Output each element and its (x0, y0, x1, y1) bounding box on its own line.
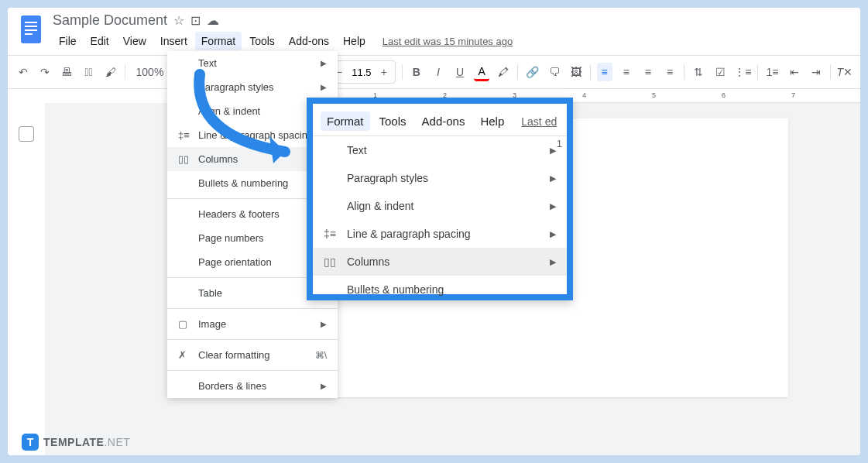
format-clear-formatting[interactable]: ✗Clear formatting⌘\ (167, 343, 338, 367)
numbered-list-button[interactable]: 1≡ (764, 63, 780, 81)
cloud-icon[interactable]: ☁ (207, 13, 219, 28)
callout-format-line-spacing[interactable]: ‡≡Line & paragraph spacing▶ (313, 220, 567, 248)
outline-icon[interactable] (19, 126, 34, 142)
callout-format-align-indent[interactable]: Align & indent▶ (313, 192, 567, 220)
decrease-indent-button[interactable]: ⇤ (786, 63, 801, 81)
underline-button[interactable]: U (452, 63, 468, 81)
format-text[interactable]: Text▶ (167, 51, 338, 75)
text-color-button[interactable]: A (474, 63, 489, 81)
columns-icon: ▯▯ (324, 256, 336, 268)
toolbar: ↶ ↷ 🖶 Ａ̲ 🖌 100% ▼ − + B I U A 🖍 🔗 🗨 🖼 ≡ … (8, 55, 860, 89)
callout-format-columns[interactable]: ▯▯Columns▶ (313, 248, 567, 276)
brand-watermark: T TEMPLATE.NET (22, 434, 130, 451)
insert-link-button[interactable]: 🔗 (524, 63, 540, 81)
align-center-button[interactable]: ≡ (619, 63, 634, 81)
line-spacing-icon: ‡≡ (178, 129, 190, 141)
redo-button[interactable]: ↷ (37, 63, 53, 81)
callout-menu-tools[interactable]: Tools (373, 111, 413, 131)
checklist-button[interactable]: ☑ (712, 63, 728, 81)
image-icon: ▢ (178, 318, 187, 330)
brand-icon: T (22, 434, 39, 451)
print-button[interactable]: 🖶 (59, 63, 74, 81)
svg-rect-3 (25, 29, 37, 31)
svg-rect-1 (25, 22, 37, 23)
insert-image-button[interactable]: 🖼 (568, 63, 584, 81)
comment-button[interactable]: 🗨 (546, 63, 561, 81)
italic-button[interactable]: I (431, 63, 446, 81)
columns-icon: ▯▯ (178, 153, 189, 165)
font-size-increase[interactable]: + (375, 63, 393, 81)
highlight-button[interactable]: 🖍 (496, 63, 511, 81)
menu-file[interactable]: File (53, 32, 83, 50)
menu-view[interactable]: View (117, 32, 153, 50)
bulleted-list-button[interactable]: ⋮≡ (734, 63, 751, 81)
svg-rect-4 (25, 33, 33, 35)
callout-last-edit[interactable]: Last ed (521, 115, 557, 128)
callout-menu-addons[interactable]: Add-ons (416, 111, 472, 131)
line-spacing-button[interactable]: ⇅ (691, 63, 706, 81)
last-edit-link[interactable]: Last edit was 15 minutes ago (383, 36, 513, 47)
menu-help[interactable]: Help (337, 32, 372, 50)
clear-format-button[interactable]: T✕ (837, 63, 853, 81)
menu-addons[interactable]: Add-ons (283, 32, 335, 50)
format-borders-lines[interactable]: Borders & lines▶ (167, 374, 338, 398)
align-left-button[interactable]: ≡ (597, 63, 612, 81)
callout-format-bullets[interactable]: Bullets & numbering (313, 276, 567, 304)
font-size-input[interactable] (350, 67, 373, 78)
paint-format-button[interactable]: 🖌 (103, 63, 118, 81)
increase-indent-button[interactable]: ⇥ (808, 63, 824, 81)
menu-edit[interactable]: Edit (84, 32, 115, 50)
docs-logo-icon[interactable] (17, 12, 45, 46)
callout-format-paragraph-styles[interactable]: Paragraph styles▶ (313, 164, 567, 192)
move-icon[interactable]: ⊡ (190, 13, 201, 28)
callout-menu-format[interactable]: Format (321, 111, 370, 131)
format-image[interactable]: ▢Image▶ (167, 312, 338, 336)
format-paragraph-styles[interactable]: Paragraph styles▶ (167, 75, 338, 99)
svg-rect-2 (25, 26, 37, 27)
align-justify-button[interactable]: ≡ (662, 63, 678, 81)
callout-menu-help[interactable]: Help (474, 111, 510, 131)
bold-button[interactable]: B (409, 63, 424, 81)
document-title[interactable]: Sample Document (53, 12, 167, 29)
align-right-button[interactable]: ≡ (640, 63, 656, 81)
menu-tools[interactable]: Tools (243, 32, 281, 50)
undo-button[interactable]: ↶ (15, 63, 31, 81)
line-spacing-icon: ‡≡ (324, 228, 336, 240)
callout-format-text[interactable]: Text▶ (313, 136, 567, 164)
clear-format-icon: ✗ (178, 349, 187, 361)
star-icon[interactable]: ☆ (173, 13, 184, 28)
menu-format[interactable]: Format (195, 32, 242, 50)
menu-insert[interactable]: Insert (154, 32, 194, 50)
spellcheck-button[interactable]: Ａ̲ (81, 63, 96, 81)
callout-box: Format Tools Add-ons Help Last ed 1 Text… (307, 98, 573, 300)
